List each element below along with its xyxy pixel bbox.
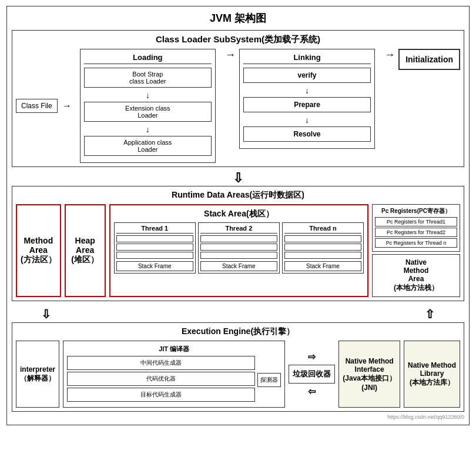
- classloader-to-runtime-arrow: ⇩: [12, 172, 464, 185]
- linking-to-init-arrow: →: [384, 49, 395, 61]
- page-container: JVM 架构图 Class Loader SubSystem(类加载子系统) C…: [6, 6, 470, 425]
- class-file-input: Class File →: [16, 49, 74, 163]
- thread1-stackframe: Stack Frame: [116, 261, 193, 271]
- down-arrow-left: ⇩: [41, 307, 51, 321]
- loading-to-linking-arrow: →: [225, 49, 236, 61]
- class-file-box: Class File: [16, 99, 58, 113]
- pc-title: Pc Registers(PC寄存器）: [375, 207, 457, 215]
- execution-section: Execution Engine(执行引擎） interpreter（解释器） …: [12, 322, 464, 412]
- linking-box: Linking verify ↓ Prepare ↓ Resolve: [239, 49, 375, 149]
- thread2-row1: [200, 235, 277, 242]
- thread2-label: Thread 2: [200, 225, 277, 234]
- pc-item-n: Pc Registers for Thread n: [375, 238, 457, 248]
- thread2-row2: [200, 244, 277, 251]
- interpreter-label: interpreter（解释器）: [20, 365, 55, 384]
- nml-label: Native MethodLibrary(本地方法库）: [408, 361, 456, 388]
- jit-item-1: 中间代码生成器: [67, 356, 255, 370]
- classloader-inner: Class File → Loading Boot Strapclass Loa…: [16, 49, 460, 163]
- stack-threads: Thread 1 Stack Frame Thread 2: [114, 222, 364, 274]
- loader-arrow-1: ↓: [84, 91, 212, 100]
- heap-area-box: HeapArea(堆区）: [65, 204, 106, 297]
- garbage-box: 垃圾回收器: [289, 365, 335, 384]
- pc-item-1: Pc Registers for Thread1: [375, 217, 457, 226]
- native-method-interface-box: Native MethodInterface(Java本地接口）(JNI): [338, 341, 400, 408]
- page-title: JVM 架构图: [12, 11, 464, 25]
- classloader-title: Class Loader SubSystem(类加载子系统): [16, 34, 460, 45]
- verify-item: verify: [243, 68, 371, 83]
- thread2-stackframe: Stack Frame: [200, 261, 277, 271]
- init-box: Initialization: [398, 49, 460, 70]
- classloader-section: Class Loader SubSystem(类加载子系统) Class Fil…: [12, 30, 464, 167]
- runtime-section: Runtime Data Areas(运行时数据区) MethodArea(方法…: [12, 186, 464, 301]
- jit-inner: 中间代码生成器 代码优化器 目标代码生成器 探测器: [67, 356, 281, 404]
- up-arrow-right: ⇧: [425, 307, 435, 321]
- threadn-row3: [284, 252, 361, 259]
- extension-loader: Extension classLoader: [84, 102, 212, 122]
- threadn-row2: [284, 244, 361, 251]
- method-area-box: MethodArea(方法区）: [16, 204, 61, 297]
- init-label: Initialization: [398, 49, 460, 70]
- jit-item-2: 代码优化器: [67, 372, 255, 386]
- arrow-right-icon: →: [62, 101, 72, 111]
- stack-area-box: Stack Area(栈区） Thread 1 Stack Frame Thre…: [109, 204, 368, 297]
- threadn-label: Thread n: [284, 225, 361, 234]
- execution-title: Execution Engine(执行引擎）: [16, 326, 460, 337]
- prepare-item: Prepare: [243, 97, 371, 112]
- thread-col-1: Thread 1 Stack Frame: [114, 222, 196, 274]
- linking-arrow-1: ↓: [243, 86, 371, 95]
- thread1-label: Thread 1: [116, 225, 193, 234]
- threadn-row1: [284, 235, 361, 242]
- method-area-label: MethodArea(方法区）: [21, 236, 56, 265]
- native-method-library-box: Native MethodLibrary(本地方法库）: [404, 341, 460, 408]
- linking-arrow-2: ↓: [243, 115, 371, 125]
- jit-detector: 探测器: [257, 373, 281, 387]
- runtime-inner: MethodArea(方法区） HeapArea(堆区） Stack Area(…: [16, 204, 460, 297]
- threadn-stackframe: Stack Frame: [284, 261, 361, 271]
- thread-col-2: Thread 2 Stack Frame: [198, 222, 280, 274]
- watermark: https://blog.csdn.net/qq912260/0: [12, 414, 464, 420]
- jit-box: JIT 编译器 中间代码生成器 代码优化器 目标代码生成器 探测器: [63, 341, 285, 408]
- loading-linking-row: Loading Boot Strapclass Loader ↓ Extensi…: [80, 49, 460, 163]
- pc-native-col: Pc Registers(PC寄存器） Pc Registers for Thr…: [372, 204, 460, 297]
- linking-title: Linking: [243, 53, 371, 64]
- loader-arrow-2: ↓: [84, 125, 212, 134]
- thread1-row3: [116, 252, 193, 259]
- heap-area-label: HeapArea(堆区）: [71, 236, 99, 265]
- thread1-row2: [116, 244, 193, 251]
- nmi-label: Native MethodInterface(Java本地接口）(JNI): [343, 357, 396, 392]
- native-method-area-box: NativeMethodArea(本地方法栈）: [372, 254, 460, 297]
- jit-items: 中间代码生成器 代码优化器 目标代码生成器: [67, 356, 255, 404]
- double-arrow-left2: ⇦: [308, 386, 316, 397]
- runtime-title: Runtime Data Areas(运行时数据区): [16, 190, 460, 201]
- stack-title: Stack Area(栈区）: [114, 209, 364, 219]
- garbage-label: 垃圾回收器: [293, 369, 331, 379]
- bootstrap-loader: Boot Strapclass Loader: [84, 68, 212, 88]
- runtime-to-execution-arrows: ⇩ ⇧: [12, 306, 464, 322]
- threadn-rows: [284, 235, 361, 259]
- pc-registers-box: Pc Registers(PC寄存器） Pc Registers for Thr…: [372, 204, 460, 252]
- execution-inner: interpreter（解释器） JIT 编译器 中间代码生成器 代码优化器 目…: [16, 341, 460, 408]
- pc-item-2: Pc Registers for Thread2: [375, 228, 457, 237]
- loading-title: Loading: [84, 53, 212, 64]
- thread2-row3: [200, 252, 277, 259]
- loading-box: Loading Boot Strapclass Loader ↓ Extensi…: [80, 49, 216, 163]
- gc-with-arrows: ⇨ 垃圾回收器 ⇦: [289, 341, 335, 408]
- jit-item-3: 目标代码生成器: [67, 388, 255, 402]
- thread2-rows: [200, 235, 277, 259]
- jit-title: JIT 编译器: [67, 345, 281, 354]
- interpreter-box: interpreter（解释器）: [16, 341, 59, 408]
- native-method-area-label: NativeMethodArea(本地方法栈）: [394, 258, 438, 293]
- thread-col-n: Thread n Stack Frame: [282, 222, 364, 274]
- double-arrow-left: ⇨: [308, 351, 316, 362]
- thread1-rows: [116, 235, 193, 259]
- thread1-row1: [116, 235, 193, 242]
- application-loader: Application classLoader: [84, 136, 212, 156]
- resolve-item: Resolve: [243, 126, 371, 142]
